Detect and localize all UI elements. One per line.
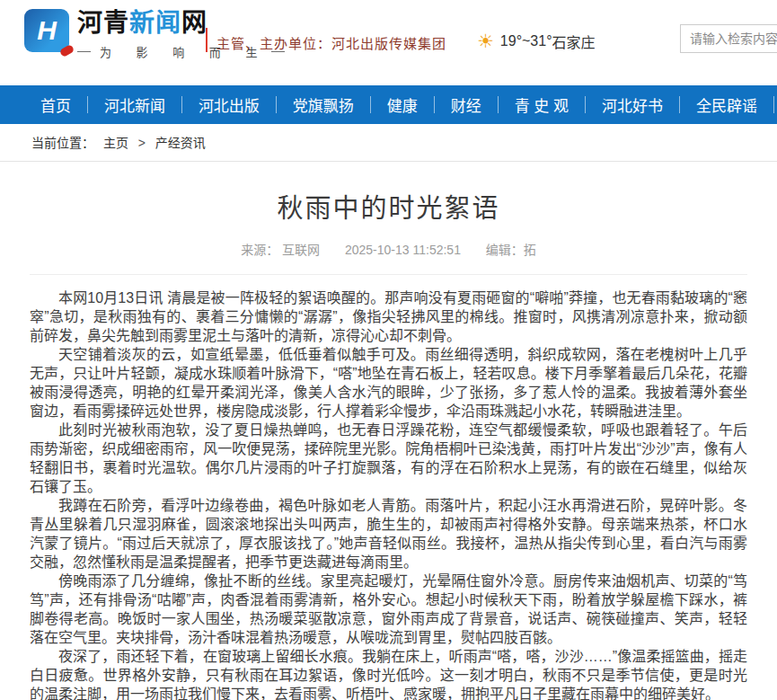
sun-icon: ☀ (477, 32, 494, 51)
brand-part-1: 河青 (77, 9, 129, 37)
nav-divider (276, 96, 277, 113)
article-editor: 编辑：拓 (486, 243, 536, 257)
nav-item-finance[interactable]: 财经 (451, 93, 481, 116)
sponsor-text: 主管、主办单位：河北出版传媒集团 (216, 33, 446, 52)
article-paragraph: 夜深了，雨还轻下着，在窗玻璃上留细长水痕。我躺在床上，听雨声“嗒，嗒，沙沙……”… (30, 647, 747, 700)
nav-item-hebei-publishing[interactable]: 河北出版 (199, 93, 260, 116)
page: H 河青新闻网 为 影 响 而 生 主管、主办单位：河北出版传媒集团 ☀ 19°… (0, 0, 777, 700)
breadcrumb: 当前位置： 主页 > 产经资讯 (0, 124, 777, 162)
nav-item-history-view[interactable]: 青 史 观 (515, 93, 569, 116)
article-paragraph: 本网10月13日讯 清晨是被一阵极轻的絮语唤醒的。那声响没有夏雨砸窗的“噼啪”莽… (30, 288, 747, 345)
article-paragraph: 此刻时光被秋雨泡软，没了夏日燥热蝉鸣，也无春日浮躁花粉，连空气都缓慢柔软，呼吸也… (30, 421, 747, 496)
brand-part-3: 网 (181, 9, 207, 37)
weather-city: 石家庄 (552, 31, 596, 52)
weather-widget: ☀ 19°~31° 石家庄 (477, 31, 596, 52)
weather-temp: 19°~31° (500, 33, 552, 49)
article-paragraph: 天空铺着淡灰的云，如宣纸晕墨，低低垂着似触手可及。雨丝细得透明，斜织成软网，落在… (30, 345, 747, 421)
article-title: 秋雨中的时光絮语 (30, 187, 747, 225)
nav-item-hebei-books[interactable]: 河北好书 (602, 93, 663, 116)
nav-divider (498, 96, 499, 113)
article-paragraph: 我蹲在石阶旁，看浮叶边缘卷曲，褐色叶脉如老人青筋。雨落叶片，积起小汪水再滑进石阶… (30, 496, 747, 572)
nav-list: 首页 河北新闻 河北出版 党旗飘扬 健康 财经 青 史 观 河北好书 全民辟谣 (0, 85, 777, 124)
logo-letter: H (24, 9, 69, 52)
breadcrumb-label: 当前位置： (31, 136, 94, 150)
nav-divider (773, 96, 774, 113)
nav-divider (585, 96, 586, 113)
tagline-dash-left (77, 51, 91, 52)
article-source: 来源： 互联网 (241, 243, 320, 257)
nav-divider (181, 96, 182, 113)
brand-part-2: 新闻 (129, 9, 181, 37)
search-input[interactable] (680, 24, 777, 53)
header-red-divider (206, 28, 207, 52)
nav-divider (679, 96, 680, 113)
nav-divider (434, 96, 435, 113)
breadcrumb-home-link[interactable]: 主页 (103, 136, 128, 150)
article-meta: 来源： 互联网 2025-10-13 11:52:51 编辑：拓 (30, 240, 747, 275)
nav-divider (87, 96, 88, 113)
main-nav: 首页 河北新闻 河北出版 党旗飘扬 健康 财经 青 史 观 河北好书 全民辟谣 (0, 85, 777, 124)
article-body: 本网10月13日讯 清晨是被一阵极轻的絮语唤醒的。那声响没有夏雨砸窗的“噼啪”莽… (30, 288, 747, 700)
nav-item-rumor-refutation[interactable]: 全民辟谣 (696, 93, 757, 116)
article-paragraph: 傍晚雨添了几分缠绵，像扯不断的丝线。家里亮起暖灯，光晕隔住窗外冷意。厨房传来油烟… (30, 572, 747, 647)
nav-item-home[interactable]: 首页 (40, 93, 71, 116)
nav-item-health[interactable]: 健康 (387, 93, 418, 116)
nav-divider (370, 96, 371, 113)
article: 秋雨中的时光絮语 来源： 互联网 2025-10-13 11:52:51 编辑：… (0, 187, 777, 700)
article-datetime: 2025-10-13 11:52:51 (345, 243, 461, 257)
nav-item-party-flag[interactable]: 党旗飘扬 (293, 93, 354, 116)
logo-icon: H (24, 9, 69, 52)
breadcrumb-separator: > (138, 136, 146, 150)
site-header: H 河青新闻网 为 影 响 而 生 主管、主办单位：河北出版传媒集团 ☀ 19°… (0, 0, 777, 85)
breadcrumb-current-link[interactable]: 产经资讯 (155, 136, 206, 150)
nav-item-hebei-news[interactable]: 河北新闻 (104, 93, 165, 116)
